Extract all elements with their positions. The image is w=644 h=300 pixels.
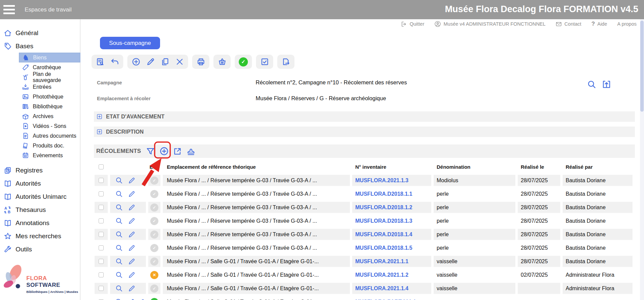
- search-icon[interactable]: [587, 80, 596, 89]
- edit-icon[interactable]: [128, 271, 136, 279]
- cell-inventaire-link[interactable]: MUSFLORA.2021.1.3: [352, 175, 431, 186]
- row-checkbox[interactable]: [99, 245, 104, 250]
- logo-tagline: Bibliothèques | Archives | Musées: [26, 290, 79, 294]
- view-icon[interactable]: [115, 217, 123, 225]
- row-checkbox[interactable]: [99, 286, 104, 291]
- sidebar-item-autorites[interactable]: Autorités: [0, 177, 80, 190]
- row-checkbox[interactable]: [99, 232, 104, 237]
- edit-icon[interactable]: [128, 190, 136, 198]
- status-badge: [150, 190, 158, 198]
- select-all-checkbox[interactable]: [99, 164, 104, 169]
- view-icon[interactable]: [115, 257, 123, 266]
- cell-inventaire-link[interactable]: MUSFLORA.D2018.1.3: [352, 215, 431, 226]
- sidebar-item-archives[interactable]: Archives: [0, 111, 80, 121]
- export-icon[interactable]: [281, 57, 290, 66]
- quitter-link[interactable]: Quitter: [401, 21, 424, 27]
- view-icon[interactable]: [115, 298, 123, 300]
- sidebar-item-registres[interactable]: Registres: [0, 164, 80, 177]
- section-etat-avancement[interactable]: ETAT D'AVANCEMENT: [94, 111, 635, 122]
- aide-link[interactable]: ? Aide: [591, 21, 607, 27]
- edit-icon[interactable]: [128, 257, 136, 266]
- edit-icon[interactable]: [128, 203, 136, 212]
- sidebar: Général Bases ♞ Biens Carothèque Plan de…: [0, 19, 80, 300]
- sidebar-item-autorites-unimarc[interactable]: Autorités Unimarc: [0, 190, 80, 203]
- cell-inventaire-link[interactable]: MUSFLORA.PART.001.1: [352, 296, 431, 300]
- list-search-icon[interactable]: [96, 57, 105, 66]
- sidebar-item-thesaurus[interactable]: AB Thesaurus: [0, 203, 80, 216]
- validate-green-icon[interactable]: ✓: [239, 57, 248, 66]
- view-icon[interactable]: [115, 284, 123, 293]
- pin-icon[interactable]: [139, 298, 146, 300]
- view-icon[interactable]: [115, 190, 123, 198]
- sidebar-item-entrees[interactable]: Entrées: [0, 82, 80, 92]
- sidebar-item-biens[interactable]: ♞ Biens: [19, 53, 80, 62]
- toolbar-group-edit: [127, 55, 188, 69]
- cell-inventaire-link[interactable]: MUSFLORA.D2018.1.2: [352, 202, 431, 213]
- edit-icon[interactable]: [128, 217, 136, 225]
- view-icon[interactable]: [115, 230, 123, 239]
- sidebar-item-autres-documents[interactable]: Autres documents: [0, 131, 80, 141]
- sidebar-item-plan-sauvegarde[interactable]: Plan de sauvegarde: [0, 72, 80, 82]
- cell-inventaire-link[interactable]: MUSFLORA.2021.1.2: [352, 269, 431, 280]
- add-circle-icon[interactable]: [131, 57, 140, 66]
- sidebar-item-videos-sons[interactable]: Vidéos - Sons: [0, 121, 80, 131]
- cell-inventaire-link[interactable]: MUSFLORA.D2018.1.1: [352, 188, 431, 199]
- basket-icon[interactable]: [217, 57, 227, 66]
- cell-realise-par: Bautista Doriane: [563, 229, 633, 240]
- row-checkbox[interactable]: [99, 191, 104, 196]
- contact-link[interactable]: Contact: [556, 21, 581, 27]
- row-checkbox[interactable]: [99, 259, 104, 264]
- add-circle-icon[interactable]: [159, 146, 169, 156]
- cell-realise-le: [518, 296, 560, 300]
- expand-plus-icon[interactable]: [97, 129, 102, 135]
- sidebar-item-bibliotheque[interactable]: Bibliothèque: [0, 102, 80, 111]
- scrollbar-thumb[interactable]: [640, 21, 644, 112]
- hamburger-icon[interactable]: [3, 5, 15, 14]
- print-icon[interactable]: [196, 57, 205, 66]
- sidebar-item-produits-doc[interactable]: Produits doc.: [0, 141, 80, 151]
- row-checkbox[interactable]: [99, 205, 104, 210]
- table-row: Musée Flora / ... / Réserve tempérée G-0…: [95, 229, 633, 240]
- sidebar-item-phototheque[interactable]: Photothèque: [0, 92, 80, 102]
- view-icon[interactable]: [115, 271, 123, 279]
- vertical-scrollbar[interactable]: [640, 19, 644, 300]
- cell-inventaire-link[interactable]: MUSFLORA.D2018.1.5: [352, 242, 431, 253]
- reply-icon[interactable]: [110, 57, 119, 66]
- view-icon[interactable]: [115, 176, 123, 185]
- sidebar-item-bases[interactable]: Bases: [0, 39, 80, 53]
- sidebar-item-annotations[interactable]: Annotations: [0, 216, 80, 229]
- edit-icon[interactable]: [128, 284, 136, 293]
- edit-icon[interactable]: [128, 244, 136, 252]
- cell-inventaire-link[interactable]: MUSFLORA.D2018.1.4: [352, 229, 431, 240]
- edit-icon[interactable]: [127, 298, 135, 300]
- apropos-link[interactable]: A propos: [617, 21, 637, 27]
- copy-icon[interactable]: [160, 57, 170, 66]
- view-icon[interactable]: [115, 244, 123, 252]
- edit-icon[interactable]: [146, 57, 155, 66]
- checkbox-icon[interactable]: [260, 57, 269, 66]
- sidebar-item-general[interactable]: Général: [0, 26, 80, 39]
- row-checkbox[interactable]: [99, 178, 104, 183]
- section-description[interactable]: DESCRIPTION: [94, 127, 635, 137]
- sidebar-item-mes-recherches[interactable]: Mes recherches: [0, 229, 80, 243]
- open-window-icon[interactable]: [602, 80, 611, 89]
- sidebar-item-evenements[interactable]: Evènements: [0, 151, 80, 160]
- row-checkbox[interactable]: [99, 218, 104, 223]
- edit-icon[interactable]: [128, 230, 136, 239]
- user-account[interactable]: Musée v4 ADMINISTRATEUR FONCTIONNEL: [434, 21, 545, 27]
- sidebar-item-outils[interactable]: Outils: [0, 243, 80, 256]
- expand-plus-icon[interactable]: [97, 114, 102, 119]
- cell-inventaire-link[interactable]: MUSFLORA.2021.1.1: [352, 256, 431, 267]
- cell-realise-le: 28/07/2025: [518, 215, 560, 226]
- cell-realise-le: [518, 283, 560, 294]
- delete-icon[interactable]: [175, 57, 184, 66]
- workspace-label[interactable]: Espaces de travail: [25, 6, 72, 13]
- tab-sous-campagne[interactable]: Sous-campagne: [100, 37, 160, 49]
- filter-icon[interactable]: [146, 146, 155, 156]
- stamp-icon[interactable]: [186, 146, 196, 156]
- row-checkbox[interactable]: [99, 272, 104, 277]
- edit-icon[interactable]: [128, 176, 136, 185]
- view-icon[interactable]: [115, 203, 123, 212]
- cell-inventaire-link[interactable]: MUSFLORA.2021.1.4: [352, 283, 431, 294]
- external-link-icon[interactable]: [173, 146, 182, 156]
